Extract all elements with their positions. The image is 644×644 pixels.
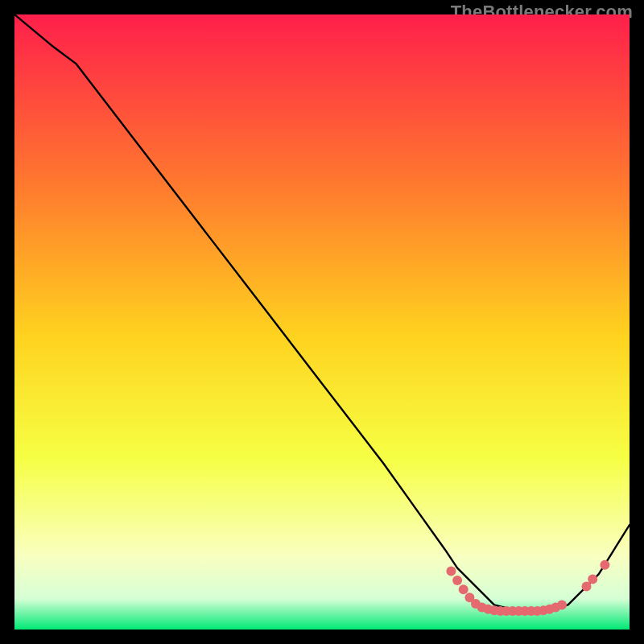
bottleneck-chart bbox=[14, 14, 630, 630]
curve-marker bbox=[446, 566, 456, 576]
curve-marker bbox=[557, 600, 567, 609]
curve-marker bbox=[582, 582, 592, 592]
gradient-background bbox=[14, 14, 630, 630]
curve-marker bbox=[452, 576, 462, 585]
curve-marker bbox=[588, 574, 597, 584]
curve-marker bbox=[600, 560, 609, 570]
chart-stage: TheBottlenecker.com bbox=[0, 0, 644, 644]
curve-marker bbox=[459, 584, 469, 594]
